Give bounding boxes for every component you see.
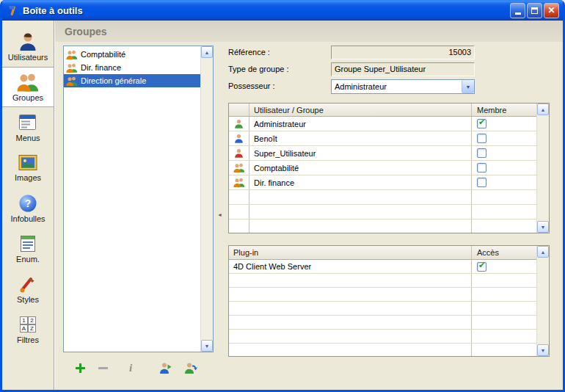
group-list-scrollbar[interactable]: ▲ ▼ — [200, 46, 213, 352]
scroll-up-icon[interactable]: ▲ — [537, 246, 549, 258]
panel-splitter[interactable]: ◄ — [216, 46, 222, 378]
sidebar-item-styles[interactable]: Styles — [2, 269, 54, 309]
owner-value: Administrateur — [332, 80, 462, 93]
sidebar-item-label: Enum. — [16, 255, 40, 264]
scroll-up-icon[interactable]: ▲ — [537, 104, 549, 115]
member-row[interactable]: Super_Utilisateur — [229, 146, 536, 161]
group-detail-panel: Référence : 15003 Type de groupe : Group… — [228, 46, 549, 390]
list-icon — [18, 234, 37, 253]
group-list-item[interactable]: Dir. finance — [64, 61, 200, 74]
sidebar: Utilisateurs Groupes — [2, 21, 54, 390]
sidebar-item-label: Utilisateurs — [8, 53, 48, 62]
member-row[interactable]: Dir. finance — [229, 175, 536, 190]
groups-icon — [17, 73, 39, 92]
group-type-field[interactable]: Groupe Super_Utilisateur — [331, 62, 475, 76]
plugin-row[interactable]: 4D Client Web Server — [229, 260, 536, 274]
plugin-name: 4D Client Web Server — [229, 260, 472, 273]
member-row[interactable]: Administrateur — [229, 117, 536, 131]
sidebar-item-utilisateurs[interactable]: Utilisateurs — [2, 26, 54, 67]
sidebar-item-menus[interactable]: Menus — [2, 107, 54, 148]
delete-group-button[interactable] — [98, 363, 109, 374]
plugins-col-name: Plug-in — [229, 246, 472, 259]
sidebar-item-images[interactable]: Images — [2, 148, 54, 188]
app-icon — [7, 4, 19, 17]
user-cycle-icon — [184, 362, 198, 374]
menus-icon — [18, 113, 38, 132]
plugin-access-checkbox[interactable] — [477, 262, 486, 272]
plugins-scrollbar[interactable]: ▲ ▼ — [536, 246, 549, 356]
member-row[interactable]: Comptabilité — [229, 161, 536, 175]
add-user-to-group-button[interactable] — [158, 362, 172, 374]
svg-text:A: A — [22, 325, 26, 332]
member-name: Comptabilité — [249, 161, 472, 175]
page-title: Groupes — [65, 26, 107, 37]
group-list: Comptabilité Dir. finance — [63, 46, 214, 352]
user-arrow-icon — [158, 362, 172, 374]
view-membership-button[interactable] — [184, 362, 198, 374]
sidebar-item-infobulles[interactable]: ? Infobulles — [2, 188, 54, 228]
scroll-track[interactable] — [537, 115, 549, 221]
scroll-down-icon[interactable]: ▼ — [537, 344, 549, 356]
member-name: Super_Utilisateur — [249, 146, 472, 160]
group-icon — [233, 178, 245, 187]
scroll-track[interactable] — [201, 58, 213, 340]
member-name: Administrateur — [249, 117, 472, 131]
group-name: Dir. finance — [81, 63, 121, 72]
info-button[interactable]: i — [129, 362, 132, 374]
help-icon: ? — [18, 194, 37, 213]
empty-row — [229, 330, 536, 344]
add-group-button[interactable] — [75, 363, 86, 374]
owner-label: Possesseur : — [228, 79, 331, 90]
member-row[interactable]: Benoît — [229, 131, 536, 146]
user-red-icon — [234, 148, 244, 158]
minimize-icon — [515, 12, 521, 15]
sidebar-item-groupes[interactable]: Groupes — [2, 67, 54, 107]
svg-text:?: ? — [25, 197, 32, 209]
scroll-down-icon[interactable]: ▼ — [537, 221, 549, 233]
group-name: Comptabilité — [81, 50, 125, 59]
members-scrollbar[interactable]: ▲ ▼ — [536, 104, 549, 233]
member-checkbox[interactable] — [477, 178, 486, 187]
group-list-item[interactable]: Comptabilité — [64, 48, 200, 61]
group-toolbar: i — [63, 357, 214, 379]
maximize-button[interactable] — [527, 3, 542, 18]
group-icon — [66, 50, 78, 59]
member-checkbox[interactable] — [477, 163, 486, 173]
reference-field[interactable]: 15003 — [331, 46, 475, 59]
member-name: Dir. finance — [249, 175, 472, 189]
user-blue-icon — [234, 134, 244, 143]
empty-row — [229, 205, 536, 219]
plus-icon — [75, 363, 86, 374]
members-table: Utilisateur / Groupe Membre Administrate… — [228, 103, 550, 233]
empty-row — [229, 190, 536, 205]
plugins-table: Plug-in Accès 4D Client Web Server — [228, 245, 550, 357]
minimize-button[interactable] — [510, 3, 525, 18]
window-title: Boîte à outils — [23, 5, 510, 16]
members-col-name: Utilisateur / Groupe — [249, 104, 472, 116]
close-button[interactable]: ✕ — [544, 3, 559, 18]
chevron-down-icon[interactable]: ▼ — [462, 80, 474, 93]
scroll-up-icon[interactable]: ▲ — [201, 46, 213, 58]
empty-row — [229, 344, 536, 356]
styles-icon — [18, 275, 37, 294]
empty-row — [229, 316, 536, 330]
images-icon — [18, 153, 38, 172]
scroll-track[interactable] — [537, 258, 549, 344]
owner-select[interactable]: Administrateur ▼ — [331, 79, 475, 94]
sidebar-item-enum[interactable]: Enum. — [2, 228, 54, 269]
sidebar-item-filtres[interactable]: 1 2 A Z Filtres — [2, 309, 54, 349]
member-checkbox[interactable] — [477, 134, 486, 143]
minus-icon — [98, 363, 109, 374]
collapse-left-icon[interactable]: ◄ — [217, 212, 222, 217]
member-checkbox[interactable] — [477, 148, 486, 158]
empty-row — [229, 274, 536, 288]
member-checkbox[interactable] — [477, 119, 486, 128]
window-controls: ✕ — [510, 3, 559, 18]
group-list-item-selected[interactable]: Direction générale — [64, 74, 200, 87]
filters-icon: 1 2 A Z — [18, 315, 37, 334]
sidebar-item-label: Styles — [17, 295, 39, 304]
scroll-down-icon[interactable]: ▼ — [201, 340, 213, 352]
title-bar[interactable]: Boîte à outils ✕ — [2, 0, 563, 21]
group-list-items: Comptabilité Dir. finance — [64, 46, 200, 352]
members-table-header: Utilisateur / Groupe Membre — [229, 104, 536, 117]
